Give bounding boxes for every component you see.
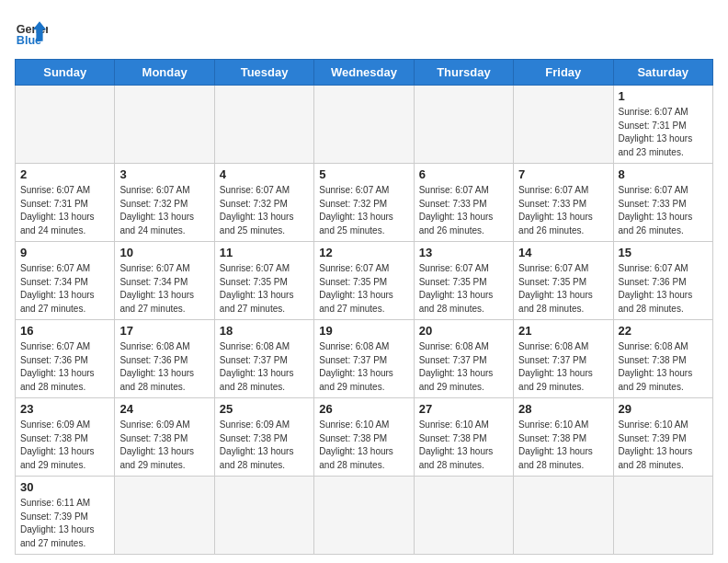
day-info: Sunrise: 6:09 AM Sunset: 7:38 PM Dayligh… <box>119 419 209 472</box>
day-info: Sunrise: 6:07 AM Sunset: 7:33 PM Dayligh… <box>619 184 708 237</box>
day-info: Sunrise: 6:07 AM Sunset: 7:36 PM Dayligh… <box>619 262 708 316</box>
weekday-header-tuesday: Tuesday <box>214 60 313 86</box>
calendar-day-cell <box>314 86 414 164</box>
calendar-day-cell: 17Sunrise: 6:08 AM Sunset: 7:36 PM Dayli… <box>115 320 214 398</box>
day-info: Sunrise: 6:07 AM Sunset: 7:32 PM Dayligh… <box>119 184 209 237</box>
day-number: 1 <box>619 89 708 103</box>
day-number: 6 <box>419 167 508 181</box>
calendar-day-cell <box>514 477 613 555</box>
day-info: Sunrise: 6:08 AM Sunset: 7:37 PM Dayligh… <box>518 340 608 394</box>
calendar-day-cell: 7Sunrise: 6:07 AM Sunset: 7:33 PM Daylig… <box>514 164 613 242</box>
day-number: 22 <box>619 324 708 338</box>
calendar-day-cell: 12Sunrise: 6:07 AM Sunset: 7:35 PM Dayli… <box>314 242 414 320</box>
day-info: Sunrise: 6:07 AM Sunset: 7:35 PM Dayligh… <box>220 262 309 316</box>
day-info: Sunrise: 6:08 AM Sunset: 7:36 PM Dayligh… <box>119 340 209 394</box>
calendar-table: SundayMondayTuesdayWednesdayThursdayFrid… <box>15 59 713 555</box>
calendar-day-cell: 16Sunrise: 6:07 AM Sunset: 7:36 PM Dayli… <box>16 320 115 398</box>
calendar-week-row: 2Sunrise: 6:07 AM Sunset: 7:31 PM Daylig… <box>16 164 713 242</box>
day-number: 15 <box>619 246 708 259</box>
day-info: Sunrise: 6:07 AM Sunset: 7:31 PM Dayligh… <box>619 106 708 159</box>
calendar-day-cell: 18Sunrise: 6:08 AM Sunset: 7:37 PM Dayli… <box>214 320 313 398</box>
day-number: 29 <box>619 402 708 416</box>
calendar-day-cell: 5Sunrise: 6:07 AM Sunset: 7:32 PM Daylig… <box>314 164 414 242</box>
logo: General Blue <box>15 15 53 48</box>
day-info: Sunrise: 6:07 AM Sunset: 7:35 PM Dayligh… <box>419 262 508 316</box>
calendar-day-cell <box>314 477 414 555</box>
calendar-day-cell: 30Sunrise: 6:11 AM Sunset: 7:39 PM Dayli… <box>16 477 115 555</box>
calendar-day-cell: 22Sunrise: 6:08 AM Sunset: 7:38 PM Dayli… <box>613 320 712 398</box>
day-number: 23 <box>20 402 109 416</box>
day-number: 21 <box>518 324 608 338</box>
day-info: Sunrise: 6:07 AM Sunset: 7:35 PM Dayligh… <box>319 262 408 316</box>
day-number: 27 <box>419 402 508 416</box>
calendar-day-cell <box>115 477 214 555</box>
day-info: Sunrise: 6:10 AM Sunset: 7:38 PM Dayligh… <box>419 419 508 472</box>
weekday-header-thursday: Thursday <box>414 60 513 86</box>
calendar-day-cell: 14Sunrise: 6:07 AM Sunset: 7:35 PM Dayli… <box>514 242 613 320</box>
calendar-day-cell: 27Sunrise: 6:10 AM Sunset: 7:38 PM Dayli… <box>414 398 513 477</box>
day-info: Sunrise: 6:09 AM Sunset: 7:38 PM Dayligh… <box>20 419 109 472</box>
calendar-day-cell: 20Sunrise: 6:08 AM Sunset: 7:37 PM Dayli… <box>414 320 513 398</box>
day-info: Sunrise: 6:07 AM Sunset: 7:31 PM Dayligh… <box>20 184 109 237</box>
calendar-day-cell: 15Sunrise: 6:07 AM Sunset: 7:36 PM Dayli… <box>613 242 712 320</box>
calendar-day-cell <box>613 477 712 555</box>
calendar-day-cell: 26Sunrise: 6:10 AM Sunset: 7:38 PM Dayli… <box>314 398 414 477</box>
logo-icon: General Blue <box>15 15 48 48</box>
page-header: General Blue <box>15 15 713 48</box>
calendar-day-cell: 24Sunrise: 6:09 AM Sunset: 7:38 PM Dayli… <box>115 398 214 477</box>
calendar-week-row: 23Sunrise: 6:09 AM Sunset: 7:38 PM Dayli… <box>16 398 713 477</box>
calendar-week-row: 9Sunrise: 6:07 AM Sunset: 7:34 PM Daylig… <box>16 242 713 320</box>
calendar-day-cell: 4Sunrise: 6:07 AM Sunset: 7:32 PM Daylig… <box>214 164 313 242</box>
day-number: 10 <box>119 246 209 259</box>
day-number: 5 <box>319 167 408 181</box>
day-info: Sunrise: 6:11 AM Sunset: 7:39 PM Dayligh… <box>20 497 109 550</box>
calendar-day-cell <box>414 86 513 164</box>
day-number: 13 <box>419 246 508 259</box>
day-info: Sunrise: 6:07 AM Sunset: 7:32 PM Dayligh… <box>319 184 408 237</box>
day-number: 20 <box>419 324 508 338</box>
weekday-header-saturday: Saturday <box>613 60 712 86</box>
day-number: 24 <box>119 402 209 416</box>
day-info: Sunrise: 6:07 AM Sunset: 7:36 PM Dayligh… <box>20 340 109 394</box>
day-number: 28 <box>518 402 608 416</box>
calendar-day-cell: 13Sunrise: 6:07 AM Sunset: 7:35 PM Dayli… <box>414 242 513 320</box>
day-info: Sunrise: 6:07 AM Sunset: 7:34 PM Dayligh… <box>20 262 109 316</box>
day-info: Sunrise: 6:08 AM Sunset: 7:38 PM Dayligh… <box>619 340 708 394</box>
day-info: Sunrise: 6:09 AM Sunset: 7:38 PM Dayligh… <box>220 419 309 472</box>
calendar-day-cell: 28Sunrise: 6:10 AM Sunset: 7:38 PM Dayli… <box>514 398 613 477</box>
calendar-day-cell: 2Sunrise: 6:07 AM Sunset: 7:31 PM Daylig… <box>16 164 115 242</box>
calendar-day-cell: 25Sunrise: 6:09 AM Sunset: 7:38 PM Dayli… <box>214 398 313 477</box>
day-info: Sunrise: 6:07 AM Sunset: 7:35 PM Dayligh… <box>518 262 608 316</box>
calendar-week-row: 1Sunrise: 6:07 AM Sunset: 7:31 PM Daylig… <box>16 86 713 164</box>
calendar-day-cell: 9Sunrise: 6:07 AM Sunset: 7:34 PM Daylig… <box>16 242 115 320</box>
calendar-week-row: 16Sunrise: 6:07 AM Sunset: 7:36 PM Dayli… <box>16 320 713 398</box>
calendar-day-cell <box>214 477 313 555</box>
calendar-day-cell: 23Sunrise: 6:09 AM Sunset: 7:38 PM Dayli… <box>16 398 115 477</box>
day-info: Sunrise: 6:07 AM Sunset: 7:34 PM Dayligh… <box>119 262 209 316</box>
calendar-day-cell: 21Sunrise: 6:08 AM Sunset: 7:37 PM Dayli… <box>514 320 613 398</box>
calendar-day-cell <box>414 477 513 555</box>
day-info: Sunrise: 6:10 AM Sunset: 7:38 PM Dayligh… <box>319 419 408 472</box>
calendar-day-cell: 11Sunrise: 6:07 AM Sunset: 7:35 PM Dayli… <box>214 242 313 320</box>
calendar-day-cell <box>214 86 313 164</box>
calendar-day-cell: 6Sunrise: 6:07 AM Sunset: 7:33 PM Daylig… <box>414 164 513 242</box>
day-number: 9 <box>20 246 109 259</box>
day-number: 17 <box>119 324 209 338</box>
calendar-day-cell: 8Sunrise: 6:07 AM Sunset: 7:33 PM Daylig… <box>613 164 712 242</box>
day-info: Sunrise: 6:10 AM Sunset: 7:39 PM Dayligh… <box>619 419 708 472</box>
day-number: 16 <box>20 324 109 338</box>
calendar-day-cell: 19Sunrise: 6:08 AM Sunset: 7:37 PM Dayli… <box>314 320 414 398</box>
weekday-header-row: SundayMondayTuesdayWednesdayThursdayFrid… <box>16 60 713 86</box>
calendar-day-cell <box>514 86 613 164</box>
day-number: 25 <box>220 402 309 416</box>
day-number: 4 <box>220 167 309 181</box>
day-info: Sunrise: 6:08 AM Sunset: 7:37 PM Dayligh… <box>319 340 408 394</box>
day-info: Sunrise: 6:10 AM Sunset: 7:38 PM Dayligh… <box>518 419 608 472</box>
day-number: 18 <box>220 324 309 338</box>
calendar-day-cell <box>16 86 115 164</box>
day-info: Sunrise: 6:07 AM Sunset: 7:33 PM Dayligh… <box>419 184 508 237</box>
calendar-day-cell: 1Sunrise: 6:07 AM Sunset: 7:31 PM Daylig… <box>613 86 712 164</box>
day-info: Sunrise: 6:07 AM Sunset: 7:33 PM Dayligh… <box>518 184 608 237</box>
weekday-header-sunday: Sunday <box>16 60 115 86</box>
weekday-header-friday: Friday <box>514 60 613 86</box>
